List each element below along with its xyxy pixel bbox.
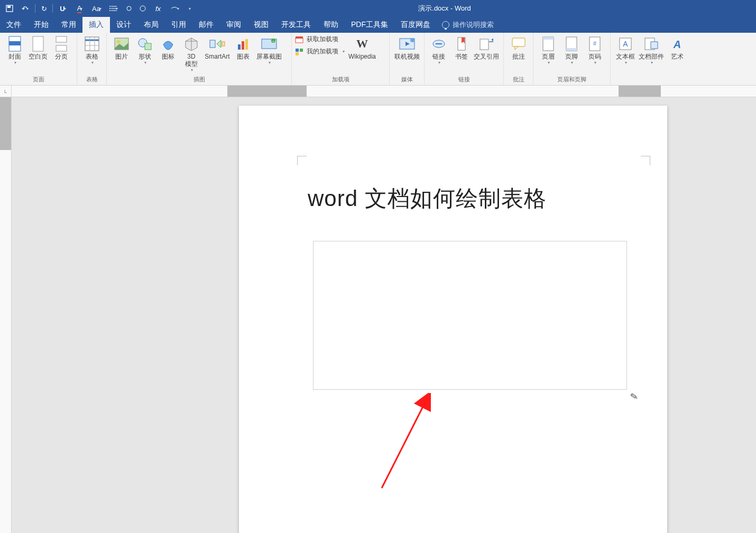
change-case-button[interactable]: Aa▾ [89,2,105,15]
svg-rect-52 [543,37,554,40]
svg-rect-15 [85,37,99,51]
link-button[interactable]: 链接▾ [428,35,450,65]
svg-rect-40 [296,52,299,55]
tab-insert[interactable]: 插入 [82,17,110,33]
title-bar: ↶▾ ↻ U▾ A▾ Aa▾ ▾ fx ▾ ▾ 演示.docx - Word [0,0,756,17]
smartart-icon [209,36,225,52]
icons-icon [160,36,176,52]
tab-design[interactable]: 设计 [110,17,137,33]
tab-references[interactable]: 引用 [165,17,192,33]
my-addins-button[interactable]: 我的加载项▾ [295,47,345,56]
group-pages-label: 页面 [0,76,77,85]
cover-page-button[interactable]: 封面▾ [3,35,26,65]
tab-file[interactable]: 文件 [0,17,27,33]
group-text: A 文本框▾ 文档部件▾ A 艺术 [611,33,695,85]
tab-view[interactable]: 视图 [247,17,275,33]
group-media: 联机视频 媒体 [390,33,425,85]
pagenum-icon: # [587,36,603,52]
quick-parts-button[interactable]: 文档部件▾ [637,35,666,65]
wikipedia-icon: W [354,36,370,52]
horizontal-ruler[interactable] [12,86,756,97]
save-button[interactable] [3,2,16,15]
undo-button[interactable]: ↶▾ [17,2,33,15]
group-addins: 获取加载项 我的加载项▾ W Wikipedia 加载项 [292,33,390,85]
svg-rect-14 [56,45,67,51]
ribbon: 封面▾ 空白页 分页 页面 表格▾ 表格 图片 [0,33,756,86]
svg-rect-31 [242,41,244,50]
tab-pdf-tools[interactable]: PDF工具集 [345,17,394,33]
svg-marker-28 [217,40,221,48]
icons-button[interactable]: 图标 [156,35,180,60]
svg-rect-1 [7,6,11,8]
svg-point-5 [109,6,110,7]
blank-page-button[interactable]: 空白页 [26,35,50,60]
svg-rect-38 [296,49,299,52]
tab-help[interactable]: 帮助 [317,17,345,33]
ruler-corner: L [0,86,12,97]
cross-reference-button[interactable]: 交叉引用 [473,35,500,60]
smartart-button[interactable]: SmartArt [203,35,232,60]
document-heading[interactable]: word 文档如何绘制表格 [308,184,547,213]
online-video-button[interactable]: 联机视频 [393,35,421,60]
bookmark-icon [454,36,469,52]
redo-button[interactable]: ↻ [38,2,50,15]
svg-rect-37 [296,36,303,39]
document-area[interactable]: word 文档如何绘制表格 ✎ [12,97,756,533]
svg-rect-39 [300,49,303,52]
tab-layout[interactable]: 布局 [137,17,165,33]
screenshot-button[interactable]: + 屏幕截图▾ [255,35,283,65]
footer-button[interactable]: 页脚▾ [560,35,583,65]
crossref-icon [478,36,494,52]
tab-developer[interactable]: 开发工具 [275,17,317,33]
header-button[interactable]: 页眉▾ [537,35,560,65]
tab-review[interactable]: 审阅 [220,17,247,33]
tab-baidu[interactable]: 百度网盘 [394,17,437,33]
video-icon [399,36,415,52]
svg-rect-32 [245,39,248,50]
page-number-button[interactable]: # 页码▾ [583,35,606,65]
svg-point-8 [127,6,131,11]
textbox-icon: A [617,36,633,52]
svg-rect-47 [480,39,488,50]
tell-me-label: 操作说明搜索 [453,20,494,30]
svg-text:A: A [673,39,681,50]
textbox-button[interactable]: A 文本框▾ [614,35,637,65]
group-illustrations: 图片 形状▾ 图标 3D 模型▾ SmartArt 图表 [107,33,292,85]
table-button[interactable]: 表格▾ [80,35,103,65]
underline-button[interactable]: U▾ [55,2,71,15]
wikipedia-button[interactable]: W Wikipedia [348,35,376,60]
svg-rect-49 [512,38,525,46]
3d-models-button[interactable]: 3D 模型▾ [180,35,203,72]
ruler-bar: L [0,86,756,97]
tab-common[interactable]: 常用 [55,17,82,33]
page-break-button[interactable]: 分页 [50,35,73,60]
font-color-button[interactable]: A▾ [72,2,88,15]
cover-page-icon [7,36,23,52]
svg-marker-50 [515,46,518,50]
tell-me-search[interactable]: 操作说明搜索 [437,17,494,33]
link-icon [431,36,447,52]
drawn-table-cell[interactable] [313,241,627,390]
svg-rect-54 [566,48,577,51]
chart-icon [235,36,251,52]
shapes-button[interactable]: 形状▾ [133,35,156,65]
group-tables: 表格▾ 表格 [77,33,107,85]
vertical-ruler[interactable] [0,97,12,533]
list-button[interactable]: ▾ [106,2,122,15]
wordart-button[interactable]: A 艺术 [666,35,689,60]
comment-button[interactable]: 批注 [507,35,530,60]
bookmark-button[interactable]: 书签 [450,35,472,60]
footer-icon [564,36,579,52]
svg-text:#: # [593,40,597,46]
chart-button[interactable]: 图表 [232,35,255,60]
page[interactable]: word 文档如何绘制表格 ✎ [239,106,667,533]
store-icon [295,35,303,44]
svg-point-6 [109,8,110,9]
quickparts-icon [643,36,659,52]
picture-button[interactable]: 图片 [110,35,133,60]
tab-mailings[interactable]: 邮件 [192,17,220,33]
group-header-footer: 页眉▾ 页脚▾ # 页码▾ 页眉和页脚 [533,33,611,85]
tab-home[interactable]: 开始 [27,17,55,33]
get-addins-button[interactable]: 获取加载项 [295,35,345,44]
svg-rect-13 [56,36,67,42]
